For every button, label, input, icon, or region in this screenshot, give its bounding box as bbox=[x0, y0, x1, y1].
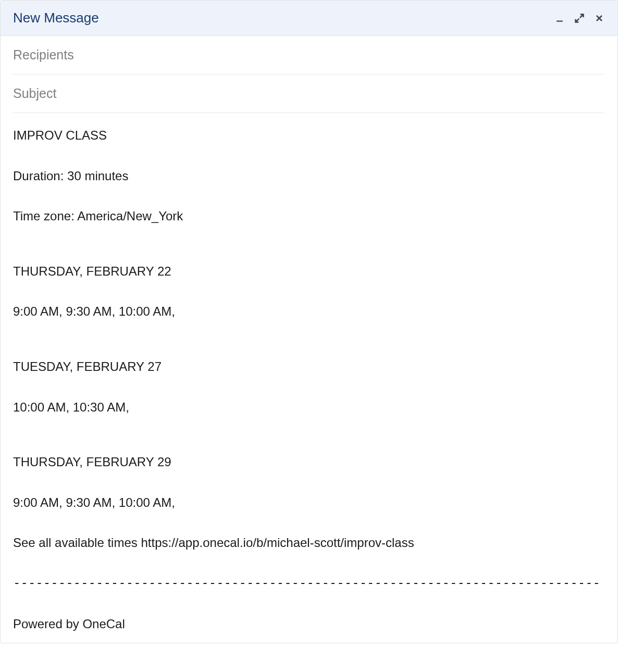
recipients-field-row bbox=[13, 36, 605, 74]
body-date-0: THURSDAY, FEBRUARY 22 bbox=[13, 263, 605, 280]
compose-window: New Message IMPROV CLASS bbox=[0, 0, 618, 643]
body-timezone: Time zone: America/New_York bbox=[13, 207, 605, 225]
body-date-1: TUESDAY, FEBRUARY 27 bbox=[13, 358, 605, 376]
body-see-all: See all available times https://app.onec… bbox=[13, 534, 605, 552]
body-title: IMPROV CLASS bbox=[13, 127, 605, 144]
compose-fields bbox=[1, 36, 617, 113]
compose-title: New Message bbox=[13, 10, 99, 26]
subject-field-row bbox=[13, 74, 605, 113]
window-controls bbox=[554, 13, 605, 24]
svg-rect-0 bbox=[557, 20, 563, 21]
compose-body[interactable]: IMPROV CLASS Duration: 30 minutes Time z… bbox=[1, 113, 617, 643]
body-times-1: 10:00 AM, 10:30 AM, bbox=[13, 399, 605, 416]
minimize-icon[interactable] bbox=[554, 13, 565, 24]
body-date-2: THURSDAY, FEBRUARY 29 bbox=[13, 453, 605, 471]
body-times-2: 9:00 AM, 9:30 AM, 10:00 AM, bbox=[13, 494, 605, 512]
compose-header: New Message bbox=[1, 1, 617, 36]
subject-input[interactable] bbox=[13, 86, 605, 101]
close-icon[interactable] bbox=[594, 13, 605, 24]
body-divider: ----------------------------------------… bbox=[13, 575, 605, 592]
body-duration: Duration: 30 minutes bbox=[13, 167, 605, 185]
body-powered-by: Powered by OneCal bbox=[13, 615, 605, 633]
body-times-0: 9:00 AM, 9:30 AM, 10:00 AM, bbox=[13, 303, 605, 320]
expand-icon[interactable] bbox=[574, 13, 585, 24]
recipients-input[interactable] bbox=[13, 47, 605, 63]
